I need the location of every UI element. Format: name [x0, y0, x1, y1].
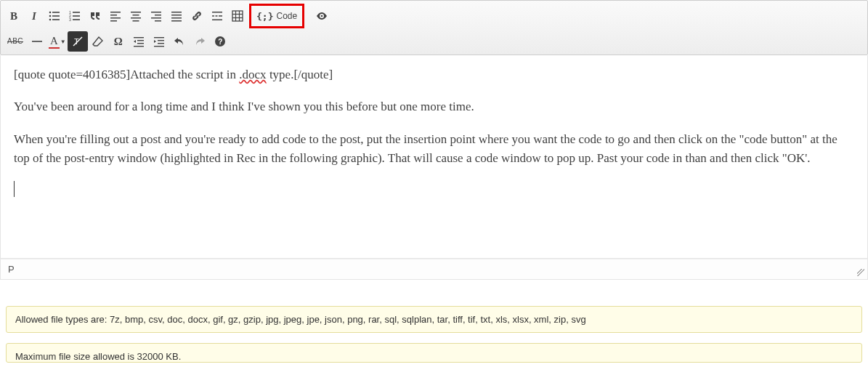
unordered-list-button[interactable]	[44, 6, 65, 26]
editor-cursor-line	[14, 181, 854, 203]
editor-paragraph: When you're filling out a post and you'r…	[14, 130, 854, 169]
spellcheck-button[interactable]: ABC	[4, 31, 27, 52]
align-left-button[interactable]	[105, 6, 126, 26]
preview-button[interactable]	[312, 6, 332, 26]
note-text: Maximum file size allowed is 32000 KB.	[15, 351, 181, 362]
svg-point-2	[49, 15, 52, 17]
svg-rect-48	[158, 43, 164, 44]
editor-toolbar: B I 123	[0, 0, 868, 55]
redo-button[interactable]	[190, 31, 210, 52]
svg-rect-12	[110, 12, 121, 13]
undo-button[interactable]	[169, 31, 190, 52]
ordered-list-icon: 123	[69, 10, 81, 22]
resize-handle[interactable]	[857, 269, 864, 276]
svg-rect-16	[131, 12, 141, 13]
svg-rect-25	[171, 15, 182, 16]
svg-rect-14	[110, 17, 121, 19]
italic-button[interactable]: I	[24, 6, 44, 26]
text-color-icon: A	[49, 35, 60, 49]
page-break-button[interactable]	[207, 6, 227, 26]
svg-rect-11	[73, 19, 80, 20]
help-icon: ?	[214, 36, 226, 47]
align-right-button[interactable]	[146, 6, 166, 26]
table-button[interactable]	[227, 6, 248, 26]
svg-rect-46	[154, 37, 164, 38]
eraser-button[interactable]	[88, 31, 108, 52]
align-right-icon	[150, 10, 162, 22]
chevron-down-icon: ▼	[60, 39, 66, 45]
eraser-icon	[92, 36, 104, 47]
editor-paragraph: You've been around for a long time and I…	[14, 97, 854, 116]
align-center-icon	[130, 10, 142, 22]
horizontal-rule-button[interactable]	[27, 31, 47, 52]
text: [quote quote=4016385]Attached the script…	[14, 68, 239, 81]
svg-point-4	[49, 19, 52, 21]
svg-rect-26	[171, 17, 182, 19]
special-char-button[interactable]: Ω	[108, 31, 129, 52]
svg-rect-20	[151, 12, 161, 13]
table-icon	[232, 10, 243, 22]
svg-rect-5	[52, 19, 60, 20]
code-button-label: Code	[276, 11, 297, 21]
spelling-error: .docx	[239, 68, 266, 81]
remove-format-icon: T	[72, 36, 84, 47]
svg-rect-13	[110, 15, 117, 16]
svg-rect-49	[154, 46, 164, 47]
svg-rect-31	[219, 15, 222, 17]
svg-rect-27	[171, 20, 182, 22]
indent-icon	[153, 36, 165, 47]
text-color-button[interactable]: A ▼	[47, 31, 68, 52]
svg-rect-33	[232, 11, 243, 21]
svg-text:3: 3	[69, 17, 71, 22]
allowed-file-types-note: Allowed file types are: 7z, bmp, csv, do…	[6, 306, 862, 333]
unordered-list-icon	[49, 10, 60, 22]
svg-rect-29	[212, 15, 214, 17]
editor-paragraph: [quote quote=4016385]Attached the script…	[14, 65, 854, 84]
svg-rect-32	[212, 20, 222, 21]
ordered-list-button[interactable]: 123	[65, 6, 85, 26]
code-button-highlight: {;} Code	[249, 4, 304, 28]
svg-rect-22	[151, 17, 161, 19]
svg-rect-18	[131, 17, 141, 19]
align-justify-button[interactable]	[166, 6, 187, 26]
svg-rect-17	[133, 15, 139, 16]
eye-icon	[316, 10, 328, 22]
outdent-icon	[133, 36, 145, 47]
svg-rect-45	[134, 46, 144, 47]
svg-rect-21	[155, 15, 161, 16]
element-path-bar: P	[0, 259, 868, 280]
outdent-button[interactable]	[129, 31, 149, 52]
svg-rect-3	[52, 15, 60, 17]
link-button[interactable]	[187, 6, 207, 26]
help-button[interactable]: ?	[210, 31, 230, 52]
remove-format-button[interactable]: T	[68, 31, 88, 52]
align-center-button[interactable]	[126, 6, 146, 26]
max-file-size-note: Maximum file size allowed is 32000 KB.	[6, 343, 862, 363]
svg-rect-43	[137, 40, 144, 41]
svg-rect-28	[212, 12, 222, 13]
svg-rect-15	[110, 20, 117, 22]
text: type.[/quote]	[267, 68, 333, 81]
svg-rect-42	[134, 37, 144, 38]
page-break-icon	[211, 10, 223, 22]
indent-button[interactable]	[149, 31, 169, 52]
svg-text:?: ?	[218, 38, 222, 46]
svg-rect-24	[171, 12, 182, 13]
svg-point-38	[321, 15, 323, 17]
element-path[interactable]: P	[8, 264, 15, 275]
svg-rect-39	[32, 41, 42, 42]
svg-rect-44	[137, 43, 144, 44]
code-icon: {;}	[256, 11, 273, 22]
toolbar-row-2: ABC A ▼ T Ω ?	[4, 30, 864, 53]
align-left-icon	[110, 10, 121, 22]
bold-button[interactable]: B	[4, 6, 24, 26]
link-icon	[191, 10, 203, 22]
svg-rect-47	[158, 40, 164, 41]
blockquote-button[interactable]	[85, 6, 105, 26]
svg-point-0	[49, 12, 52, 14]
svg-rect-23	[155, 20, 161, 22]
code-button[interactable]: {;} Code	[251, 6, 302, 26]
editor-content[interactable]: [quote quote=4016385]Attached the script…	[0, 55, 868, 259]
svg-rect-1	[52, 12, 60, 13]
svg-rect-19	[133, 20, 139, 22]
